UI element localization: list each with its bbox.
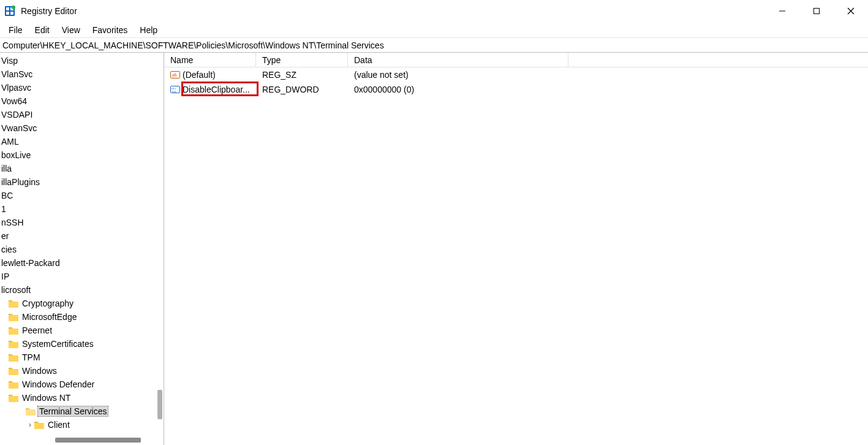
value-name: DisableClipboar... [183, 85, 250, 94]
string-value-icon: ab [170, 70, 180, 80]
folder-icon [9, 340, 18, 348]
svg-rect-7 [814, 9, 820, 14]
tree-item[interactable]: Cryptography [0, 297, 164, 310]
tree-item[interactable]: Visp [0, 54, 164, 67]
tree-item[interactable]: licrosoft [0, 283, 164, 297]
maximize-button[interactable] [799, 0, 834, 22]
tree-item[interactable]: nSSH [0, 216, 164, 229]
list-header: Name Type Data [164, 53, 868, 67]
tree-item-label: VwanSvc [0, 123, 38, 133]
tree-item-label: licrosoft [0, 285, 32, 295]
tree-item-label: IP [0, 272, 10, 281]
folder-icon [9, 313, 18, 321]
tree-item-label: illaPlugins [0, 177, 41, 187]
tree-item-label: Windows [21, 366, 58, 376]
menu-edit[interactable]: Edit [29, 24, 56, 36]
tree-item[interactable]: IP [0, 270, 164, 283]
svg-rect-4 [10, 12, 13, 15]
tree-item-label: VSDAPI [0, 110, 34, 120]
tree-item-label: Terminal Services [38, 406, 108, 416]
tree-item[interactable]: Windows [0, 364, 164, 378]
tree-item-label: Vlpasvc [0, 83, 32, 93]
folder-icon [9, 299, 18, 308]
column-header-data[interactable]: Data [348, 53, 568, 67]
svg-text:ab: ab [172, 72, 177, 78]
menu-favorites[interactable]: Favorites [86, 24, 134, 36]
tree-item-label: illa [0, 164, 13, 173]
tree-item-label: AML [0, 137, 20, 146]
tree-item[interactable]: illa [0, 162, 164, 175]
scrollbar-thumb[interactable] [55, 438, 141, 443]
tree-item[interactable]: MicrosoftEdge [0, 310, 164, 324]
tree-horizontal-scrollbar[interactable] [0, 435, 154, 444]
tree-item-label: BC [0, 191, 14, 200]
tree-item-label: Vow64 [0, 96, 28, 106]
tree-item[interactable]: VSDAPI [0, 108, 164, 121]
window-controls [765, 0, 868, 22]
values-pane[interactable]: Name Type Data ab (Default)REG_SZ(value … [164, 53, 868, 445]
tree-pane[interactable]: VispVlanSvcVlpasvcVow64VSDAPIVwanSvcAMLb… [0, 53, 164, 445]
folder-icon [9, 380, 18, 389]
tree-item-label: Peernet [21, 325, 53, 335]
tree-item-label: boxLive [0, 150, 32, 160]
tree-item[interactable]: 1 [0, 202, 164, 216]
svg-rect-3 [6, 12, 9, 15]
column-header-type[interactable]: Type [256, 53, 348, 67]
tree-item[interactable]: Windows Defender [0, 378, 164, 391]
tree-item[interactable]: VwanSvc [0, 121, 164, 135]
tree-item[interactable]: › Client [0, 418, 164, 432]
tree-item-label: MicrosoftEdge [21, 312, 78, 322]
value-data: 0x00000000 (0) [354, 85, 414, 94]
tree-item[interactable]: BC [0, 189, 164, 202]
tree-item[interactable]: boxLive [0, 148, 164, 162]
address-bar[interactable]: Computer\HKEY_LOCAL_MACHINE\SOFTWARE\Pol… [0, 38, 868, 53]
tree-item-label: TPM [21, 352, 42, 362]
tree-item[interactable]: illaPlugins [0, 175, 164, 189]
tree-vertical-scrollbar[interactable] [154, 53, 164, 433]
menu-help[interactable]: Help [134, 24, 164, 36]
value-name: (Default) [183, 70, 216, 80]
regedit-icon [4, 5, 16, 17]
tree-item[interactable]: Peernet [0, 324, 164, 337]
tree-item[interactable]: cies [0, 243, 164, 256]
menu-view[interactable]: View [56, 24, 86, 36]
tree-item[interactable]: lewlett-Packard [0, 256, 164, 270]
tree-item[interactable]: TPM [0, 351, 164, 364]
folder-icon [9, 394, 18, 402]
tree-item[interactable]: SystemCertificates [0, 337, 164, 351]
tree-item-label: SystemCertificates [21, 339, 95, 349]
svg-text:110: 110 [172, 90, 176, 93]
minimize-button[interactable] [765, 0, 799, 22]
tree-item-label: lewlett-Packard [0, 258, 61, 268]
tree-item-label: nSSH [0, 218, 25, 227]
tree-item[interactable]: Vow64 [0, 94, 164, 108]
value-row[interactable]: 011 110 DisableClipboar...REG_DWORD0x000… [164, 82, 868, 97]
tree-item[interactable]: AML [0, 135, 164, 148]
expand-arrow-icon[interactable]: › [26, 420, 34, 429]
folder-icon [34, 420, 44, 429]
value-data: (value not set) [354, 70, 409, 80]
tree-item[interactable]: Vlpasvc [0, 81, 164, 94]
registry-path: Computer\HKEY_LOCAL_MACHINE\SOFTWARE\Pol… [2, 40, 384, 50]
close-button[interactable] [834, 0, 868, 22]
folder-icon [9, 326, 18, 335]
tree-item[interactable]: Windows NT [0, 391, 164, 405]
folder-icon [26, 407, 36, 416]
svg-rect-1 [6, 7, 9, 10]
value-row[interactable]: ab (Default)REG_SZ(value not set) [164, 67, 868, 82]
tree-item-label: VlanSvc [0, 69, 34, 79]
column-header-name[interactable]: Name [164, 53, 256, 67]
value-type: REG_DWORD [262, 85, 319, 94]
tree-item-label: Visp [0, 56, 19, 66]
window-title: Registry Editor [21, 6, 77, 16]
dword-value-icon: 011 110 [170, 85, 180, 94]
tree-item[interactable]: Terminal Services [0, 405, 164, 418]
tree-item[interactable]: VlanSvc [0, 67, 164, 81]
menu-file[interactable]: File [2, 24, 29, 36]
svg-point-5 [12, 6, 15, 9]
tree-item-label: er [0, 231, 10, 241]
tree-item-label: Client [47, 420, 71, 430]
scrollbar-thumb[interactable] [157, 390, 162, 419]
tree-item-label: Windows NT [21, 393, 72, 403]
tree-item[interactable]: er [0, 229, 164, 243]
